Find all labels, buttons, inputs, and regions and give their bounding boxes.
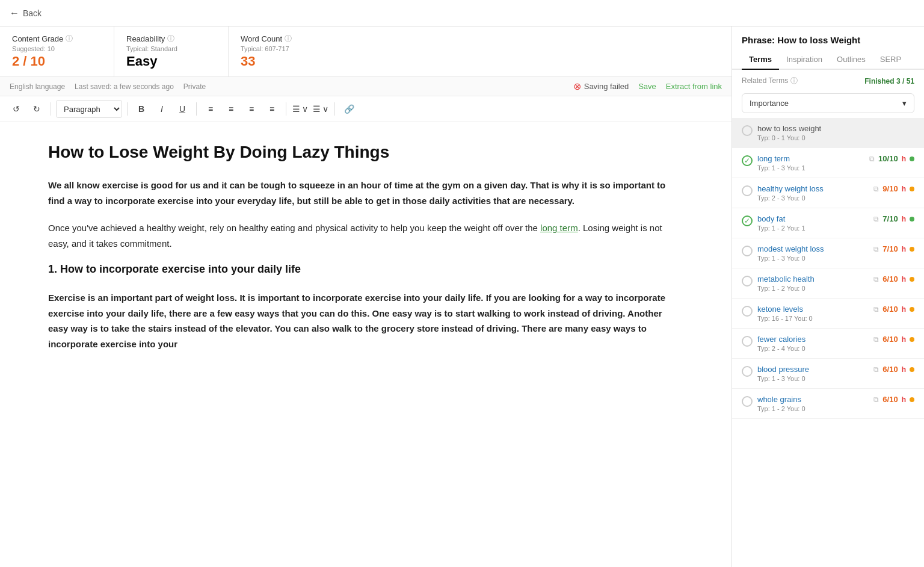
importance-select-wrapper[interactable]: Importance ▾ [742, 93, 914, 113]
term-item[interactable]: healthy weight lossTyp: 2 - 3 You: 0⧉9/1… [732, 178, 924, 208]
term-score: 7/10 [882, 244, 898, 253]
copy-icon[interactable]: ⧉ [873, 305, 879, 314]
h-badge: h [902, 245, 906, 253]
copy-icon[interactable]: ⧉ [873, 335, 879, 344]
term-item[interactable]: ✓long termTyp: 1 - 3 You: 1⧉10/10h [732, 148, 924, 178]
term-status-dot [910, 156, 914, 161]
term-name: ketone levels [757, 305, 869, 314]
term-check-icon [742, 366, 753, 377]
top-bar: ← Back [0, 0, 924, 26]
term-stats: Typ: 1 - 3 You: 0 [757, 255, 869, 262]
term-item[interactable]: modest weight lossTyp: 1 - 3 You: 0⧉7/10… [732, 238, 924, 268]
term-status-dot [910, 307, 914, 312]
h-badge: h [902, 215, 906, 223]
content-grade-label: Content Grade ⓘ [12, 34, 102, 44]
editor-area: Content Grade ⓘ Suggested: 10 2 / 10 Rea… [0, 26, 732, 567]
term-item[interactable]: fewer caloriesTyp: 2 - 4 You: 0⧉6/10h [732, 329, 924, 359]
tab-inspiration[interactable]: Inspiration [779, 50, 830, 70]
h-badge: h [902, 185, 906, 193]
align-right-button[interactable]: ≡ [242, 100, 260, 118]
bold-button[interactable]: B [132, 100, 150, 118]
term-check-icon [742, 125, 753, 136]
term-status-dot [910, 217, 914, 222]
paragraph-style-select[interactable]: Paragraph Heading 1 Heading 2 Heading 3 [56, 100, 122, 118]
term-check-icon [742, 185, 753, 196]
term-stats: Typ: 1 - 2 You: 1 [757, 225, 869, 232]
term-item[interactable]: ✓body fatTyp: 1 - 2 You: 1⧉7/10h [732, 208, 924, 238]
readability-info-icon[interactable]: ⓘ [167, 34, 174, 44]
term-status-dot [910, 187, 914, 191]
term-stats: Typ: 0 - 1 You: 0 [757, 134, 910, 141]
back-button[interactable]: ← Back [10, 8, 42, 19]
term-score: 10/10 [878, 154, 898, 163]
term-score: 6/10 [882, 365, 898, 374]
panel-meta: Related Terms ⓘ Finished 3 / 51 [732, 70, 924, 90]
term-status-dot [910, 367, 914, 372]
term-stats: Typ: 16 - 17 You: 0 [757, 315, 869, 322]
word-count-info-icon[interactable]: ⓘ [285, 34, 292, 44]
align-left-button[interactable]: ≡ [202, 100, 220, 118]
highlighted-long-term: long term [540, 223, 578, 233]
extract-from-link-button[interactable]: Extract from link [666, 82, 722, 91]
word-count-sub: Typical: 607-717 [241, 45, 361, 52]
copy-icon[interactable]: ⧉ [873, 245, 879, 253]
main-layout: Content Grade ⓘ Suggested: 10 2 / 10 Rea… [0, 26, 924, 567]
bullet-list-button[interactable]: ☰ ∨ [291, 100, 309, 118]
italic-button[interactable]: I [153, 100, 171, 118]
article-heading-1: 1. How to incorporate exercise into your… [48, 263, 683, 276]
term-item[interactable]: blood pressureTyp: 1 - 3 You: 0⧉6/10h [732, 359, 924, 389]
save-button[interactable]: Save [638, 82, 656, 91]
toolbar-separator-2 [127, 102, 128, 116]
underline-button[interactable]: U [173, 100, 191, 118]
para2-before: Once you've achieved a healthy weight, r… [48, 223, 540, 233]
copy-icon[interactable]: ⧉ [873, 395, 879, 404]
related-terms-info-icon[interactable]: ⓘ [790, 76, 798, 85]
term-item[interactable]: metabolic healthTyp: 1 - 2 You: 0⧉6/10h [732, 268, 924, 299]
redo-button[interactable]: ↻ [28, 100, 46, 118]
right-panel: Phrase: How to loss Weight Terms Inspira… [732, 26, 924, 567]
copy-icon[interactable]: ⧉ [873, 275, 879, 284]
content-grade-info-icon[interactable]: ⓘ [66, 34, 73, 44]
term-check-icon [742, 396, 753, 407]
term-score: 6/10 [882, 395, 898, 404]
terms-list: how to loss weightTyp: 0 - 1 You: 0✓long… [732, 118, 924, 567]
copy-icon[interactable]: ⧉ [873, 365, 879, 374]
term-stats: Typ: 1 - 2 You: 0 [757, 405, 869, 412]
align-center-button[interactable]: ≡ [222, 100, 240, 118]
align-justify-button[interactable]: ≡ [263, 100, 281, 118]
h-badge: h [902, 275, 906, 284]
term-check-icon [742, 276, 753, 287]
term-name: modest weight loss [757, 244, 869, 253]
tab-serp[interactable]: SERP [873, 50, 908, 70]
numbered-list-button[interactable]: ☰ ∨ [312, 100, 330, 118]
editor-content[interactable]: How to Lose Weight By Doing Lazy Things … [0, 122, 732, 567]
term-score: 9/10 [882, 184, 898, 193]
term-name: body fat [757, 214, 869, 223]
tab-terms[interactable]: Terms [742, 50, 779, 70]
link-button[interactable]: 🔗 [340, 100, 358, 118]
term-score: 6/10 [882, 335, 898, 344]
copy-icon[interactable]: ⧉ [873, 215, 879, 223]
copy-icon[interactable]: ⧉ [873, 185, 879, 193]
metrics-bar: Content Grade ⓘ Suggested: 10 2 / 10 Rea… [0, 26, 732, 77]
term-item[interactable]: how to loss weightTyp: 0 - 1 You: 0 [732, 118, 924, 148]
term-status-dot [910, 247, 914, 252]
toolbar-separator-4 [286, 102, 286, 116]
article-para-1: We all know exercise is good for us and … [48, 178, 683, 208]
saving-failed-status: ⊗ Saving failed [573, 81, 629, 92]
copy-icon[interactable]: ⧉ [869, 155, 875, 163]
term-stats: Typ: 1 - 3 You: 1 [757, 164, 864, 172]
tab-outlines[interactable]: Outlines [830, 50, 873, 70]
chevron-down-icon: ▾ [902, 99, 907, 108]
undo-button[interactable]: ↺ [7, 100, 25, 118]
term-score: 7/10 [882, 214, 898, 223]
term-item[interactable]: whole grainsTyp: 1 - 2 You: 0⧉6/10h [732, 389, 924, 419]
term-stats: Typ: 1 - 2 You: 0 [757, 285, 869, 292]
term-score: 6/10 [882, 305, 898, 314]
related-terms-label: Related Terms ⓘ [742, 76, 798, 86]
h-badge: h [902, 335, 906, 344]
privacy-label: Private [183, 82, 206, 91]
finished-value: 3 / 51 [896, 77, 914, 85]
error-icon: ⊗ [573, 81, 581, 92]
term-item[interactable]: ketone levelsTyp: 16 - 17 You: 0⧉6/10h [732, 299, 924, 329]
